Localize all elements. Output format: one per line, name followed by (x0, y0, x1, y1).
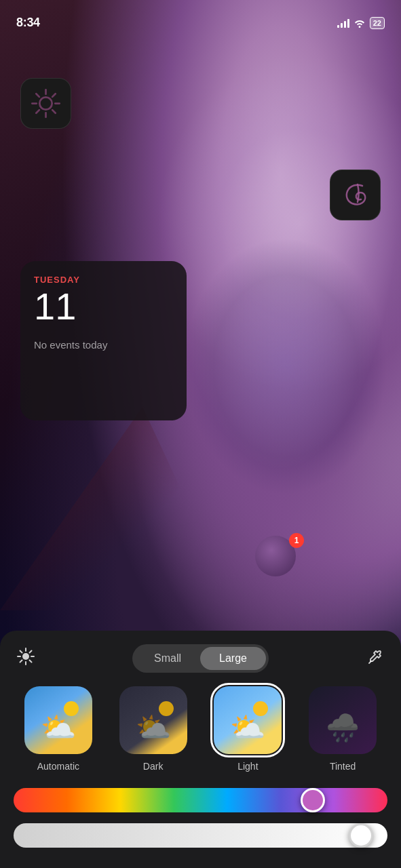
status-time: 8:34 (16, 16, 40, 30)
svg-line-8 (36, 110, 39, 113)
opacity-slider-track[interactable] (14, 823, 387, 848)
battery-level: 22 (373, 19, 381, 27)
svg-line-15 (30, 660, 32, 663)
icon-preview-tinted: 🌧️ (309, 686, 377, 754)
icon-option-automatic[interactable]: ⛅ Automatic (14, 686, 103, 772)
svg-line-7 (52, 94, 56, 97)
status-bar: 8:34 22 (0, 0, 401, 37)
battery-icon: 22 (370, 17, 385, 29)
icon-option-tinted[interactable]: 🌧️ Tinted (298, 686, 387, 772)
icon-preview-dark: ⛅ (119, 686, 187, 754)
color-slider-thumb[interactable] (301, 788, 325, 812)
settings-app-icon[interactable] (20, 78, 71, 129)
opacity-slider-container (14, 823, 387, 848)
icon-label-light: Light (237, 761, 258, 772)
threads-logo-icon (339, 176, 373, 214)
wifi-icon (354, 18, 366, 28)
bottom-panel: Small Large ⛅ Automatic ⛅ Dark (0, 631, 401, 868)
icon-label-dark: Dark (143, 761, 164, 772)
calendar-day: TUESDAY (34, 275, 173, 285)
icon-option-dark[interactable]: ⛅ Dark (109, 686, 198, 772)
icon-label-tinted: Tinted (330, 761, 356, 772)
brightness-icon (14, 647, 38, 670)
threads-app-icon[interactable] (330, 170, 381, 220)
calendar-events: No events today (34, 339, 173, 351)
floating-avatar[interactable]: 1 (255, 536, 303, 576)
svg-line-14 (20, 651, 22, 653)
signal-icon (337, 18, 349, 28)
status-icons: 22 (337, 17, 385, 29)
size-toggle: Small Large (132, 644, 269, 673)
svg-line-18 (369, 661, 371, 663)
svg-line-6 (52, 110, 56, 113)
panel-top-row: Small Large (14, 644, 387, 673)
icon-preview-automatic: ⛅ (24, 686, 92, 754)
color-slider-track[interactable] (14, 788, 387, 812)
notification-badge: 1 (289, 533, 304, 548)
svg-point-9 (22, 653, 29, 660)
opacity-slider-thumb[interactable] (349, 823, 373, 848)
small-size-button[interactable]: Small (135, 647, 200, 670)
svg-line-17 (20, 660, 22, 663)
eyedropper-button[interactable] (363, 649, 387, 669)
gear-icon (27, 85, 64, 122)
icon-options-row: ⛅ Automatic ⛅ Dark ⛅ Light 🌧️ Tinted (14, 686, 387, 772)
calendar-date: 11 (34, 288, 173, 326)
icon-preview-light: ⛅ (214, 686, 282, 754)
svg-line-16 (30, 651, 32, 653)
svg-line-5 (36, 94, 39, 97)
large-size-button[interactable]: Large (200, 647, 266, 670)
calendar-widget: TUESDAY 11 No events today (20, 261, 187, 420)
icon-option-light[interactable]: ⛅ Light (204, 686, 293, 772)
icon-label-automatic: Automatic (37, 761, 79, 772)
svg-point-0 (39, 97, 52, 109)
color-slider-container (14, 788, 387, 812)
